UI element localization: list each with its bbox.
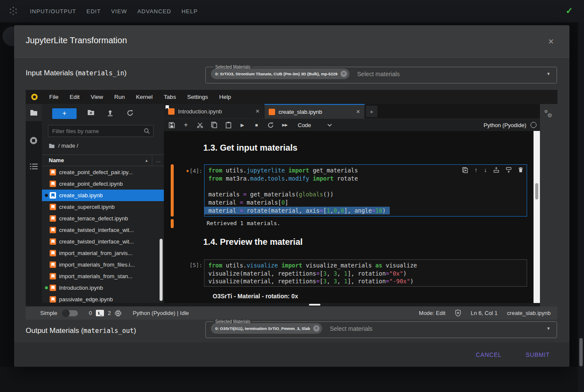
chip-delete-icon[interactable]: ✕ bbox=[313, 325, 320, 332]
app-logo-dots-icon[interactable] bbox=[8, 6, 19, 17]
code-cell-active[interactable]: from utils.jupyterlite import get_materi… bbox=[204, 164, 527, 217]
interrupt-kernel-button[interactable]: ■ bbox=[249, 122, 264, 128]
file-row[interactable]: import_materials_from_stan... bbox=[42, 270, 164, 282]
simple-mode-toggle[interactable] bbox=[62, 310, 78, 316]
insert-above-icon bbox=[493, 167, 499, 173]
close-icon[interactable]: ✕ bbox=[548, 37, 554, 46]
file-row[interactable]: create_twisted_interface_wit... bbox=[42, 236, 164, 247]
file-name: create_twisted_interface_wit... bbox=[59, 227, 134, 233]
tab-introduction[interactable]: Introduction.ipynb ✕ bbox=[164, 104, 264, 119]
new-launcher-button[interactable]: + bbox=[52, 108, 77, 119]
jupyter-menu-item-7[interactable]: Help bbox=[213, 94, 237, 100]
jupyter-menu-item-3[interactable]: Run bbox=[109, 94, 130, 100]
insert-cell-button[interactable]: + bbox=[179, 121, 193, 129]
input-material-chip[interactable]: 0: SrTiO3, Strontium Titanate, CUB (Pm-3… bbox=[211, 68, 350, 79]
output-materials-select[interactable]: Selected Materials 0: O3SrTi(011), termi… bbox=[205, 319, 557, 338]
duplicate-cell-button[interactable] bbox=[462, 167, 468, 173]
refresh-files-button[interactable] bbox=[127, 110, 133, 118]
sidebar-tab-files[interactable] bbox=[26, 104, 42, 121]
insert-cell-below-button[interactable] bbox=[506, 167, 512, 173]
tab-create-slab[interactable]: create_slab.ipynb ✕ bbox=[264, 104, 365, 119]
horizontal-scrollbar[interactable] bbox=[26, 303, 540, 306]
name-column-header[interactable]: Name bbox=[49, 157, 64, 163]
terminal-icon[interactable]: $_ bbox=[96, 310, 104, 316]
mode-indicator[interactable]: Mode: Edit bbox=[419, 310, 445, 316]
jupyter-menu-item-4[interactable]: Kernel bbox=[130, 94, 158, 100]
new-folder-button[interactable] bbox=[87, 110, 95, 117]
kernel-status-text[interactable]: Python (Pyodide) | Idle bbox=[133, 310, 189, 316]
file-list-scrollbar-thumb[interactable] bbox=[160, 239, 163, 301]
file-list-header[interactable]: Name ▲ … bbox=[42, 154, 164, 166]
file-row[interactable]: create_twisted_interface_wit... bbox=[42, 224, 164, 236]
restart-kernel-button[interactable] bbox=[264, 122, 278, 128]
notebook-file-icon bbox=[50, 192, 56, 199]
toggle-knob[interactable] bbox=[62, 309, 70, 317]
jupyter-menu-item-5[interactable]: Tabs bbox=[158, 94, 182, 100]
file-row[interactable]: create_point_defect_pair.ipy... bbox=[42, 166, 164, 178]
header-overflow-icon[interactable]: … bbox=[156, 157, 161, 163]
run-cell-button[interactable]: ▶ bbox=[235, 122, 249, 128]
notebook-scrollbar[interactable] bbox=[534, 131, 540, 303]
dropdown-arrow-icon[interactable]: ▼ bbox=[546, 326, 551, 331]
dropdown-arrow-icon[interactable]: ▼ bbox=[546, 71, 551, 76]
output-material-chip[interactable]: 0: O3SrTi(011), termination SrTiO_Pmmm_3… bbox=[211, 323, 322, 334]
section-heading: 1.4. Preview the material bbox=[203, 237, 302, 247]
new-tab-button[interactable]: + bbox=[366, 106, 377, 117]
file-row[interactable]: create_point_defect.ipynb bbox=[42, 178, 164, 190]
upload-button[interactable] bbox=[107, 110, 113, 118]
code-cell[interactable]: from utils.visualize import visualize_ma… bbox=[204, 259, 527, 287]
cell-type-select[interactable]: Code bbox=[298, 122, 311, 128]
jupyter-menu-item-2[interactable]: View bbox=[85, 94, 109, 100]
file-row[interactable]: import_material_from_jarvis... bbox=[42, 247, 164, 259]
top-menu-item-4[interactable]: HELP bbox=[181, 8, 198, 15]
terminals-count[interactable]: 0 bbox=[89, 310, 92, 316]
jupyter-menu-item-6[interactable]: Settings bbox=[181, 94, 213, 100]
sidebar-tab-toc[interactable] bbox=[30, 163, 38, 172]
move-cell-down-button[interactable]: ↓ bbox=[484, 166, 487, 173]
output-collapser[interactable] bbox=[171, 219, 174, 228]
page-scrollbar[interactable] bbox=[578, 22, 584, 392]
cut-cell-button[interactable] bbox=[193, 122, 207, 128]
kernel-indicator[interactable]: Python (Pyodide) bbox=[483, 122, 537, 128]
file-row[interactable]: passivate_edge.ipynb bbox=[42, 294, 164, 303]
top-menu-item-1[interactable]: EDIT bbox=[86, 8, 101, 15]
restart-run-all-button[interactable]: ▶▶ bbox=[278, 123, 292, 127]
move-cell-up-button[interactable]: ↑ bbox=[474, 166, 477, 173]
file-row[interactable]: Introduction.ipynb bbox=[42, 282, 164, 294]
input-materials-select[interactable]: Selected Materials 0: SrTiO3, Strontium … bbox=[205, 65, 557, 83]
jupyter-menu-item-0[interactable]: File bbox=[44, 94, 64, 100]
top-menu-item-2[interactable]: VIEW bbox=[111, 8, 127, 15]
filter-files-input[interactable]: Filter files by name bbox=[48, 125, 154, 137]
notebook-scrollbar-thumb[interactable] bbox=[535, 183, 538, 199]
top-menu-item-0[interactable]: INPUT/OUTPUT bbox=[30, 8, 76, 15]
jupyter-menu-item-1[interactable]: Edit bbox=[64, 94, 85, 100]
cell-collapser[interactable] bbox=[171, 164, 174, 217]
paste-cell-button[interactable] bbox=[221, 122, 235, 128]
trust-shield-icon[interactable] bbox=[455, 309, 461, 317]
page-scrollbar-thumb[interactable] bbox=[579, 338, 583, 366]
gears-settings-icon[interactable]: ⚙⚙ bbox=[544, 110, 554, 120]
delete-cell-button[interactable] bbox=[518, 167, 523, 173]
notebook-file-icon bbox=[50, 169, 56, 175]
tab-close-icon[interactable]: ✕ bbox=[255, 108, 260, 114]
file-row[interactable]: import_materials_from_files.i... bbox=[42, 259, 164, 270]
file-row[interactable]: create_terrace_defect.ipynb bbox=[42, 213, 164, 224]
breadcrumb[interactable]: / made / bbox=[49, 143, 78, 149]
file-row[interactable]: create_supercell.ipynb bbox=[42, 201, 164, 213]
cursor-position[interactable]: Ln 6, Col 1 bbox=[471, 310, 498, 316]
tab-close-icon[interactable]: ✕ bbox=[356, 109, 360, 115]
copy-cell-button[interactable] bbox=[207, 122, 221, 128]
submit-button[interactable]: SUBMIT bbox=[523, 351, 553, 359]
chevron-down-icon[interactable] bbox=[327, 124, 332, 127]
sidebar-tab-running-kernels[interactable] bbox=[29, 136, 38, 147]
cancel-button[interactable]: CANCEL bbox=[473, 351, 504, 359]
save-button[interactable] bbox=[165, 122, 179, 128]
save-icon bbox=[169, 122, 175, 128]
kernels-count[interactable]: 2 bbox=[108, 310, 111, 316]
top-menu-item-3[interactable]: ADVANCED bbox=[137, 8, 171, 15]
chip-delete-icon[interactable]: ✕ bbox=[341, 71, 347, 77]
kernel-chip-icon[interactable] bbox=[115, 310, 122, 317]
horizontal-scrollbar-thumb[interactable] bbox=[309, 304, 320, 306]
insert-cell-above-button[interactable] bbox=[493, 167, 499, 173]
file-row[interactable]: create_slab.ipynb bbox=[42, 190, 164, 201]
